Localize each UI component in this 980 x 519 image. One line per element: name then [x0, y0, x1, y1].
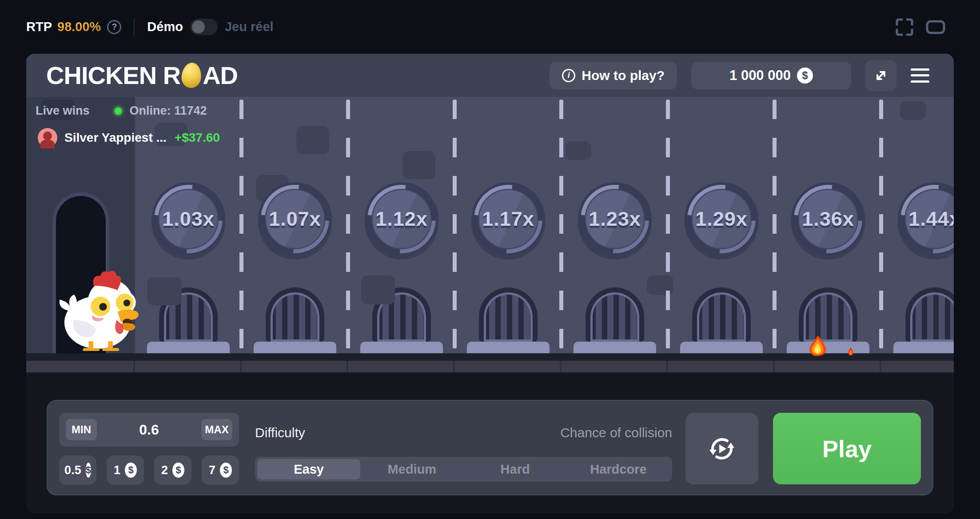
- grate-ledge: [147, 342, 230, 353]
- sewer-grate-icon: [799, 287, 857, 342]
- tab-hard[interactable]: Hard: [464, 459, 567, 479]
- road-patch: [296, 126, 329, 154]
- dollar-coin-icon: $: [172, 463, 184, 478]
- autoplay-button[interactable]: [685, 413, 758, 484]
- how-to-play-label: How to play?: [582, 68, 665, 83]
- min-bet-button[interactable]: MIN: [66, 419, 97, 440]
- quick-bet-chip[interactable]: 7$: [202, 455, 239, 485]
- win-amount: +$37.60: [175, 131, 220, 145]
- divider: [134, 18, 135, 36]
- india-flag-icon: [41, 142, 53, 149]
- quick-bet-chip[interactable]: 0.5$: [59, 455, 96, 485]
- lane: 1.44x: [881, 97, 954, 353]
- multiplier-label: 1.17x: [482, 208, 534, 231]
- road-patch: [147, 277, 182, 305]
- fullscreen-icon[interactable]: [895, 17, 914, 37]
- game-panel: CHICKEN RAD i How to play? 1 000 000 $: [26, 54, 954, 513]
- logo: CHICKEN RAD: [46, 61, 238, 90]
- multiplier-disc: 1.07x: [258, 182, 332, 256]
- demo-real-toggle[interactable]: [190, 19, 218, 35]
- rtp-label: RTP: [26, 20, 52, 34]
- road-patch: [566, 141, 591, 160]
- multiplier-label: 1.12x: [375, 208, 428, 231]
- winner-name: Silver Yappiest ...: [64, 131, 167, 145]
- multiplier-disc: 1.23x: [578, 182, 652, 256]
- grate-ledge: [680, 342, 763, 353]
- chip-value: 1: [114, 463, 120, 477]
- golden-egg-icon: [180, 62, 203, 89]
- difficulty-column: Difficulty Chance of collision Easy Medi…: [255, 413, 672, 485]
- game-field: 1.03x 1.07x 1.12x 1.17x 1.23x: [26, 97, 954, 372]
- chip-value: 2: [161, 463, 168, 477]
- tab-easy[interactable]: Easy: [257, 459, 360, 479]
- balance-value: 1 000 000: [729, 68, 791, 84]
- tab-hardcore[interactable]: Hardcore: [567, 459, 670, 479]
- sewer-grate-icon: [586, 287, 644, 342]
- max-bet-button[interactable]: MAX: [201, 419, 232, 440]
- lane: 1.12x: [348, 97, 455, 353]
- lane: 1.07x: [242, 97, 348, 353]
- avatar: [38, 128, 57, 148]
- help-icon[interactable]: ?: [107, 20, 121, 34]
- dollar-coin-icon: $: [86, 463, 91, 478]
- grate-ledge: [574, 342, 656, 353]
- how-to-play-button[interactable]: i How to play?: [550, 62, 677, 89]
- lane: 1.17x: [455, 97, 562, 353]
- sidewalk: [26, 361, 954, 372]
- live-wins-bar: Live wins Online: 11742: [36, 104, 207, 118]
- live-wins-title: Live wins: [36, 104, 90, 118]
- collision-label: Chance of collision: [560, 425, 672, 440]
- ember-icon: [847, 347, 854, 356]
- expand-icon: [873, 68, 889, 84]
- bet-column: MIN 0.6 MAX 0.5$ 1$ 2$ 7$: [59, 413, 239, 485]
- app: RTP 98.00% ? Démo Jeu réel CHICKEN RAD i: [0, 0, 980, 519]
- grate-ledge: [467, 342, 550, 353]
- multiplier-label: 1.36x: [802, 208, 854, 231]
- info-icon: i: [562, 69, 575, 82]
- real-mode-label[interactable]: Jeu réel: [225, 20, 274, 34]
- live-win-entry: Silver Yappiest ... +$37.60: [38, 128, 220, 148]
- multiplier-label: 1.44x: [908, 208, 954, 231]
- demo-mode-label: Démo: [147, 20, 183, 34]
- expand-button[interactable]: [865, 60, 896, 91]
- dollar-coin-icon: $: [797, 68, 813, 84]
- lane: 1.36x: [775, 97, 881, 353]
- chip-value: 0.5: [64, 463, 81, 477]
- road-patch: [361, 275, 395, 304]
- top-bar: RTP 98.00% ? Démo Jeu réel: [0, 0, 980, 54]
- autoplay-icon: [705, 432, 739, 466]
- theatre-mode-icon[interactable]: [925, 17, 946, 37]
- sewer-grate-icon: [692, 287, 751, 342]
- balance-display: 1 000 000 $: [691, 62, 851, 89]
- road-patch: [402, 151, 435, 179]
- bet-amount-box: MIN 0.6 MAX: [59, 413, 239, 447]
- game-header: CHICKEN RAD i How to play? 1 000 000 $: [26, 54, 954, 97]
- controls-card: MIN 0.6 MAX 0.5$ 1$ 2$ 7$ Difficulty Cha…: [47, 400, 933, 495]
- lane: 1.29x: [668, 97, 775, 353]
- sewer-grate-icon: [905, 287, 954, 342]
- tab-medium[interactable]: Medium: [360, 459, 463, 479]
- quick-bet-chip[interactable]: 2$: [154, 455, 191, 485]
- menu-button[interactable]: [911, 68, 929, 83]
- dollar-coin-icon: $: [125, 463, 137, 478]
- quick-bet-chips: 0.5$ 1$ 2$ 7$: [59, 455, 239, 485]
- bet-amount-value[interactable]: 0.6: [97, 422, 201, 438]
- multiplier-label: 1.07x: [269, 208, 321, 231]
- difficulty-label: Difficulty: [255, 425, 305, 440]
- grate-ledge: [254, 342, 336, 353]
- rtp-value: 98.00%: [57, 20, 101, 34]
- online-dot-icon: [115, 108, 122, 115]
- dollar-coin-icon: $: [220, 463, 232, 478]
- multiplier-disc: 1.44x: [898, 182, 954, 256]
- multiplier-label: 1.29x: [695, 208, 748, 231]
- chip-value: 7: [209, 463, 215, 477]
- sewer-grate-icon: [479, 287, 538, 342]
- flame-icon: [807, 334, 829, 357]
- multiplier-label: 1.03x: [162, 208, 215, 231]
- play-button[interactable]: Play: [773, 413, 921, 484]
- road-patch: [900, 101, 926, 120]
- online-count: Online: 11742: [130, 104, 207, 118]
- quick-bet-chip[interactable]: 1$: [107, 455, 144, 485]
- grate-ledge: [360, 342, 443, 353]
- sewer-grate-icon: [266, 287, 324, 342]
